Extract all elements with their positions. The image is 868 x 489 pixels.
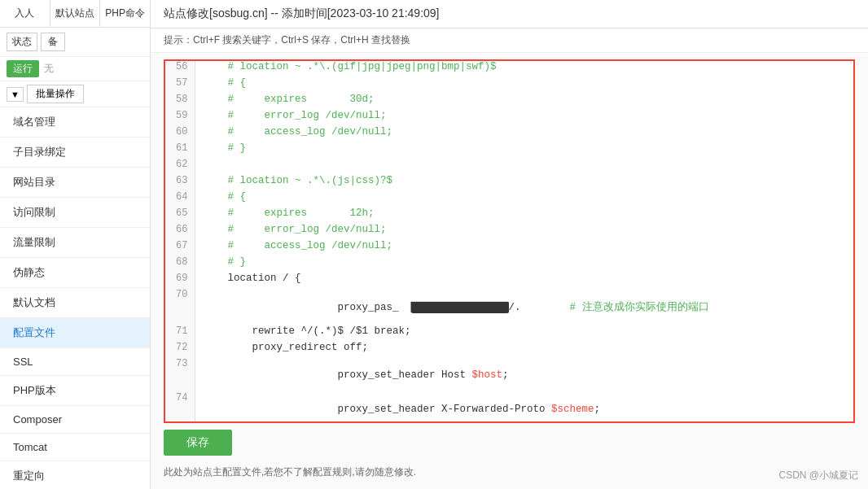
sidebar-item-webdir[interactable]: 网站目录	[0, 168, 150, 198]
line-code: proxy_redirect off;	[195, 342, 853, 358]
sidebar-item-tomcat[interactable]: Tomcat	[0, 434, 150, 461]
line-code: # }	[195, 256, 853, 273]
sidebar-top-buttons: 入人 默认站点 PHP命令	[0, 0, 150, 28]
line-number: 60	[165, 126, 195, 142]
arrow-button[interactable]: ▼	[7, 87, 24, 102]
no-label: 无	[44, 62, 54, 76]
line-code: # error_log /dev/null;	[195, 110, 853, 126]
bulk-op-button[interactable]: 批量操作	[27, 85, 84, 103]
code-container[interactable]: 56 # location ~ .*\.(gif|jpg|jpeg|png|bm…	[164, 59, 855, 423]
table-row: 64 # {	[165, 191, 853, 207]
code-table: 56 # location ~ .*\.(gif|jpg|jpeg|png|bm…	[165, 61, 853, 423]
save-button[interactable]: 保存	[164, 430, 232, 456]
sidebar-item-ssl[interactable]: SSL	[0, 348, 150, 376]
table-row: 60 # access_log /dev/null;	[165, 126, 853, 142]
line-code: # access_log /dev/null;	[195, 126, 853, 142]
sidebar-item-domain[interactable]: 域名管理	[0, 107, 150, 138]
line-number: 71	[165, 325, 195, 342]
line-number: 56	[165, 61, 195, 77]
sidebar-item-subdir[interactable]: 子目录绑定	[0, 138, 150, 168]
sidebar-item-pseudo[interactable]: 伪静态	[0, 258, 150, 288]
table-row: 69 location / {	[165, 273, 853, 289]
table-row: 61 # }	[165, 142, 853, 159]
table-row: 62	[165, 159, 853, 175]
sidebar-item-composer[interactable]: Composer	[0, 406, 150, 434]
table-row: 74 proxy_set_header X-Forwarded-Proto $s…	[165, 392, 853, 423]
table-row: 73 proxy_set_header Host $host;	[165, 358, 853, 392]
table-row: 67 # access_log /dev/null;	[165, 240, 853, 256]
sidebar-item-access[interactable]: 访问限制	[0, 198, 150, 228]
running-badge[interactable]: 运行	[7, 60, 39, 77]
table-row: 58 # expires 30d;	[165, 94, 853, 110]
line-code: # {	[195, 191, 853, 207]
status-dropdown[interactable]: 状态	[7, 33, 37, 51]
line-number: 73	[165, 358, 195, 392]
sidebar-item-redirect[interactable]: 重定向	[0, 461, 150, 489]
line-code	[195, 159, 853, 175]
table-row: 70 proxy_pas_ ████████████████/. # 注意改成你…	[165, 289, 853, 325]
table-row: 63 # location ~ .*\.(js|css)?$	[165, 175, 853, 191]
sidebar-item-config[interactable]: 配置文件	[0, 318, 150, 348]
line-number: 67	[165, 240, 195, 256]
page-header: 站点修改[sosbug.cn] -- 添加时间[2023-03-10 21:49…	[151, 0, 868, 28]
table-row: 59 # error_log /dev/null;	[165, 110, 853, 126]
sidebar-item-default-doc[interactable]: 默认文档	[0, 288, 150, 318]
line-code: # location ~ .*\.(gif|jpg|jpeg|png|bmp|s…	[195, 61, 853, 77]
sidebar-item-traffic[interactable]: 流量限制	[0, 228, 150, 258]
table-row: 65 # expires 12h;	[165, 207, 853, 224]
line-number: 66	[165, 224, 195, 240]
line-code: # error_log /dev/null;	[195, 224, 853, 240]
line-code: rewrite ^/(.*)$ /$1 break;	[195, 325, 853, 342]
table-row: 56 # location ~ .*\.(gif|jpg|jpeg|png|bm…	[165, 61, 853, 77]
line-number: 69	[165, 273, 195, 289]
save-row: 保存	[164, 423, 855, 462]
page-title: 站点修改[sosbug.cn] -- 添加时间[2023-03-10 21:49…	[164, 7, 439, 20]
line-number: 65	[165, 207, 195, 224]
sidebar: 入人 默认站点 PHP命令 状态 备 运行 无 ▼ 批量操作 域名管理 子目录绑…	[0, 0, 151, 489]
status-row: 状态 备	[0, 28, 150, 57]
line-code: # }	[195, 142, 853, 159]
line-code: # expires 30d;	[195, 94, 853, 110]
line-number: 72	[165, 342, 195, 358]
editor-area: 56 # location ~ .*\.(gif|jpg|jpeg|png|bm…	[151, 53, 868, 489]
php-cmd-button[interactable]: PHP命令	[100, 0, 150, 27]
line-code: # location ~ .*\.(js|css)?$	[195, 175, 853, 191]
people-button[interactable]: 入人	[0, 0, 50, 27]
main-content: 站点修改[sosbug.cn] -- 添加时间[2023-03-10 21:49…	[151, 0, 868, 489]
table-row: 68 # }	[165, 256, 853, 273]
line-code: location / {	[195, 273, 853, 289]
line-number: 59	[165, 110, 195, 126]
line-number: 68	[165, 256, 195, 273]
hint-bar: 提示：Ctrl+F 搜索关键字，Ctrl+S 保存，Ctrl+H 查找替换	[151, 28, 868, 53]
table-row: 66 # error_log /dev/null;	[165, 224, 853, 240]
default-site-button[interactable]: 默认站点	[50, 0, 101, 27]
line-code: # {	[195, 77, 853, 94]
table-row: 72 proxy_redirect off;	[165, 342, 853, 358]
line-number: 64	[165, 191, 195, 207]
running-row: 运行 无	[0, 57, 150, 81]
hint-text: 提示：Ctrl+F 搜索关键字，Ctrl+S 保存，Ctrl+H 查找替换	[164, 34, 410, 46]
sidebar-menu: 域名管理 子目录绑定 网站目录 访问限制 流量限制 伪静态 默认文档 配置文件 …	[0, 107, 150, 489]
line-code: # expires 12h;	[195, 207, 853, 224]
watermark: CSDN @小城夏记	[778, 469, 858, 482]
line-number: 70	[165, 289, 195, 325]
line-number: 74	[165, 392, 195, 423]
footer-note: 此处为站点主配置文件,若您不了解配置规则,请勿随意修改.	[164, 462, 855, 482]
line-code: proxy_pas_ ████████████████/. # 注意改成你实际使…	[195, 289, 853, 325]
line-code: proxy_set_header Host $host;	[195, 358, 853, 392]
line-code: proxy_set_header X-Forwarded-Proto $sche…	[195, 392, 853, 423]
line-number: 61	[165, 142, 195, 159]
bulk-row: ▼ 批量操作	[0, 81, 150, 107]
line-number: 63	[165, 175, 195, 191]
table-row: 71 rewrite ^/(.*)$ /$1 break;	[165, 325, 853, 342]
backup-button[interactable]: 备	[41, 33, 65, 51]
table-row: 57 # {	[165, 77, 853, 94]
line-number: 58	[165, 94, 195, 110]
sidebar-item-php-version[interactable]: PHP版本	[0, 376, 150, 406]
line-code: # access_log /dev/null;	[195, 240, 853, 256]
line-number: 57	[165, 77, 195, 94]
line-number: 62	[165, 159, 195, 175]
